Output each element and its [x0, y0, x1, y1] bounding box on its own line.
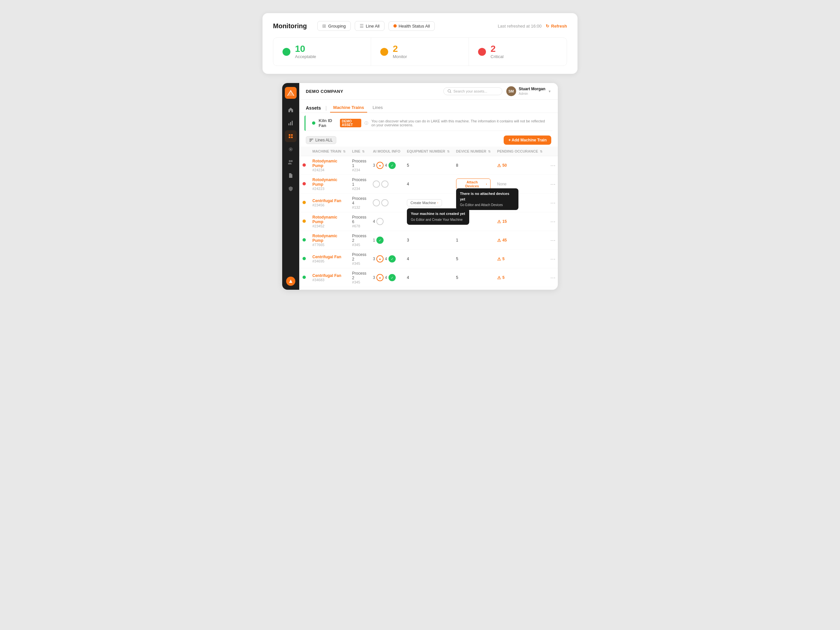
ai-circle-done: ✓ — [388, 162, 396, 169]
critical-label: Critical — [491, 54, 504, 59]
ai-circle-empty5 — [376, 218, 384, 225]
process-name: Process 2 — [352, 271, 366, 280]
machine-id: #24223 — [313, 187, 346, 191]
search-placeholder: Search your assets... — [453, 89, 487, 93]
refresh-button[interactable]: ↻ Refresh — [546, 24, 567, 28]
assets-nav: Assets | Machine Trains Lines — [299, 100, 558, 113]
sidebar-icon-users[interactable] — [285, 156, 297, 168]
demo-banner: Kiln ID Fan DEMO ASSET ⓘ You can discove… — [305, 115, 553, 131]
svg-rect-8 — [309, 141, 311, 142]
row-menu[interactable]: ⋯ — [549, 163, 557, 168]
process-name: Process 6 — [352, 215, 366, 224]
create-machine-button[interactable]: Create Machine › — [407, 199, 442, 206]
device-num: 5 — [456, 257, 458, 261]
health-dot — [393, 24, 397, 28]
tooltip-sub-create: Go Editor and Create Your Machine — [411, 217, 465, 222]
ai-mod: 1 ✓ — [373, 237, 400, 244]
th-equipment[interactable]: EQUIPMENT NUMBER ⇅ — [404, 147, 453, 156]
row-menu[interactable]: ⋯ — [549, 219, 557, 224]
row-menu[interactable]: ⋯ — [549, 256, 557, 262]
th-machine-train[interactable]: MACHINE TRAIN ⇅ — [309, 147, 349, 156]
nav-divider: | — [325, 105, 327, 111]
sidebar-icon-chart[interactable] — [285, 117, 297, 129]
sidebar — [282, 83, 299, 290]
process-id: #345 — [352, 280, 366, 284]
topbar-right: Search your assets... SM Stuart Morgan A… — [443, 86, 551, 96]
svg-point-4 — [448, 90, 450, 92]
svg-point-3 — [290, 148, 291, 150]
info-icon: ⓘ — [365, 121, 368, 126]
table-wrap: MACHINE TRAIN ⇅ LINE ⇅ AI MODUL INFO EQU… — [299, 147, 558, 290]
warning-icon: ⚠ — [497, 257, 501, 262]
tab-machine-trains[interactable]: Machine Trains — [330, 103, 368, 112]
user-info: SM Stuart Morgan Admin ▼ — [506, 86, 551, 96]
th-device[interactable]: DEVICE NUMBER ⇅ — [453, 147, 494, 156]
grouping-icon: ⊞ — [322, 23, 326, 28]
row-menu[interactable]: ⋯ — [549, 200, 557, 206]
ai-circle-done: ✓ — [388, 274, 396, 281]
line-filter[interactable]: ☰ Line All — [355, 21, 385, 31]
th-line[interactable]: LINE ⇅ — [349, 147, 369, 156]
process-id: #345 — [352, 243, 366, 247]
pending-badge: ⚠50 — [497, 163, 542, 168]
status-red — [303, 163, 306, 167]
sidebar-icon-settings[interactable] — [285, 144, 297, 155]
pending-badge: ⚠5 — [497, 257, 542, 262]
critical-count: 2 — [491, 44, 504, 54]
machine-id: #24234 — [313, 168, 346, 172]
monitoring-card: Monitoring ⊞ Grouping ☰ Line All Health … — [262, 13, 578, 74]
line-icon: ☰ — [360, 23, 364, 28]
attach-devices-button[interactable]: Attach Devices › — [456, 178, 491, 189]
chevron-down-icon[interactable]: ▼ — [548, 90, 551, 93]
machine-name: Rotodynamic Pump — [313, 159, 346, 168]
machine-id: #23452 — [313, 224, 346, 228]
monitor-count: 2 — [393, 44, 407, 54]
process-id: #234 — [352, 187, 366, 191]
grouping-filter[interactable]: ⊞ Grouping — [317, 21, 351, 31]
add-machine-train-button[interactable]: + Add Machine Train — [504, 136, 551, 145]
equipment-num: 3 — [407, 238, 409, 243]
machine-trains-table: MACHINE TRAIN ⇅ LINE ⇅ AI MODUL INFO EQU… — [299, 147, 558, 287]
row-menu[interactable]: ⋯ — [549, 238, 557, 243]
tab-lines[interactable]: Lines — [369, 103, 386, 112]
assets-nav-title: Assets — [306, 105, 321, 111]
pending-badge: ⚠5 — [497, 275, 542, 280]
table-row: Centrifugal Fan #34683 Process 2 #345 3 … — [299, 268, 558, 287]
sidebar-icon-home[interactable] — [285, 104, 297, 116]
monitor-dot — [380, 48, 388, 56]
create-machine-tooltip-wrap: Create Machine › Your machine is not cre… — [407, 199, 442, 206]
sidebar-icon-assets[interactable] — [285, 130, 297, 142]
search-box[interactable]: Search your assets... — [443, 87, 502, 95]
lines-icon — [309, 138, 313, 142]
create-machine-tooltip: Your machine is not created yet Go Edito… — [407, 208, 469, 225]
ai-circle-empty2 — [381, 180, 388, 188]
device-num: 1 — [456, 238, 458, 243]
sidebar-bottom — [286, 276, 295, 286]
monitor-label: Monitor — [393, 54, 407, 59]
svg-rect-2 — [292, 121, 293, 125]
warning-icon: ⚠ — [497, 219, 501, 224]
row-menu[interactable]: ⋯ — [549, 182, 557, 187]
machine-id: #34695 — [313, 259, 346, 263]
demo-machine-name: Kiln ID Fan — [319, 118, 337, 128]
arrow-icon: › — [486, 182, 487, 186]
pending-badge: ⚠15 — [497, 219, 542, 224]
sidebar-icon-bottom[interactable] — [286, 276, 295, 286]
ai-circle-active: ● — [376, 255, 384, 262]
health-status-filter[interactable]: Health Status All — [388, 21, 435, 31]
sidebar-icon-shield[interactable] — [285, 183, 297, 194]
ai-circle-empty — [373, 180, 380, 188]
device-num: 5 — [456, 275, 458, 280]
sidebar-icon-docs[interactable] — [285, 170, 297, 182]
ai-circle-active: ● — [376, 274, 384, 281]
row-menu[interactable]: ⋯ — [549, 275, 557, 281]
machine-id: #23456 — [313, 203, 346, 207]
equipment-num: 5 — [407, 163, 409, 168]
machine-id: #77665 — [313, 243, 346, 247]
process-id: #234 — [352, 168, 366, 172]
lines-filter[interactable]: Lines ALL — [306, 136, 336, 144]
svg-rect-1 — [290, 122, 291, 125]
svg-rect-7 — [309, 140, 312, 141]
th-pending[interactable]: PENDING OCCURANCE ⇅ — [494, 147, 546, 156]
warning-icon: ⚠ — [497, 275, 501, 280]
